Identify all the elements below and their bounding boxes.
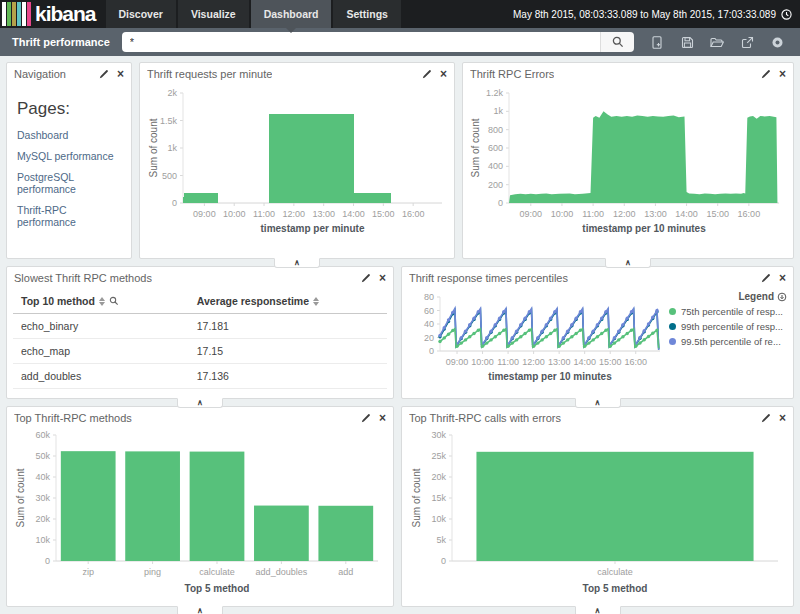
dashboard-options-button[interactable] xyxy=(762,30,792,54)
svg-text:12:00: 12:00 xyxy=(283,209,306,219)
close-icon[interactable]: × xyxy=(379,413,386,423)
close-icon[interactable]: × xyxy=(779,273,786,283)
svg-text:60: 60 xyxy=(423,306,433,316)
nav-tab-discover[interactable]: Discover xyxy=(106,0,176,28)
edit-icon[interactable] xyxy=(361,413,371,423)
page-link[interactable]: PostgreSQL performance xyxy=(17,171,121,195)
load-dashboard-button[interactable] xyxy=(702,30,732,54)
svg-text:20k: 20k xyxy=(35,514,50,524)
svg-text:timestamp per minute: timestamp per minute xyxy=(261,223,365,234)
collapse-button[interactable]: ∧ xyxy=(177,606,223,614)
nav-tab-visualize[interactable]: Visualize xyxy=(178,0,249,28)
close-icon[interactable]: × xyxy=(379,273,386,283)
column-header-method[interactable]: Top 10 method xyxy=(13,289,189,314)
edit-icon[interactable] xyxy=(761,273,771,283)
collapse-button[interactable]: ∧ xyxy=(575,606,621,614)
requests-per-minute-chart[interactable]: 05001k1.5k2kSum of count09:0010:0011:001… xyxy=(140,85,454,241)
svg-text:40k: 40k xyxy=(35,472,50,482)
top-errors-chart[interactable]: 05k10k15k20k25k30kSum of countcalculateT… xyxy=(402,429,793,601)
close-icon[interactable]: × xyxy=(440,69,447,79)
collapse-button[interactable]: ∧ xyxy=(274,258,320,268)
svg-text:09:00: 09:00 xyxy=(193,209,216,219)
svg-text:50k: 50k xyxy=(35,451,50,461)
page-link[interactable]: MySQL performance xyxy=(17,150,121,162)
edit-icon[interactable] xyxy=(422,69,432,79)
panel-header[interactable]: Top Thrift-RPC calls with errors × xyxy=(402,407,793,429)
save-dashboard-button[interactable] xyxy=(672,30,702,54)
kibana-logo-text: kibana xyxy=(35,2,96,26)
edit-icon[interactable] xyxy=(761,69,771,79)
open-folder-icon xyxy=(710,36,724,49)
nav-tab-settings[interactable]: Settings xyxy=(333,0,400,28)
svg-text:1.5k: 1.5k xyxy=(160,116,178,126)
svg-text:11:00: 11:00 xyxy=(582,209,604,219)
close-icon[interactable]: × xyxy=(779,413,786,423)
page-link[interactable]: Thrift-RPC performance xyxy=(17,204,121,228)
new-dashboard-button[interactable] xyxy=(642,30,672,54)
legend-label: 75th percentile of resp... xyxy=(681,306,783,317)
panel-header[interactable]: Thrift RPC Errors × xyxy=(463,63,793,85)
dashboard-actions xyxy=(642,30,792,54)
panel-thrift-requests: Thrift requests per minute × 05001k1.5k2… xyxy=(139,62,455,259)
svg-text:Sum of count: Sum of count xyxy=(148,118,159,177)
svg-text:10:00: 10:00 xyxy=(551,209,574,219)
column-label: Average responsetime xyxy=(197,295,309,307)
legend-header[interactable]: Legend xyxy=(669,291,787,302)
svg-text:10:00: 10:00 xyxy=(223,209,246,219)
sort-icon[interactable] xyxy=(313,297,319,306)
svg-text:15k: 15k xyxy=(431,493,446,503)
legend-item[interactable]: 99th percentile of resp... xyxy=(669,321,787,332)
svg-text:14:00: 14:00 xyxy=(675,209,698,219)
legend-item[interactable]: 75th percentile of resp... xyxy=(669,306,787,317)
svg-text:30k: 30k xyxy=(35,493,50,503)
svg-text:Sum of count: Sum of count xyxy=(15,468,26,527)
collapse-chevron-icon: ∧ xyxy=(625,260,631,266)
page-link[interactable]: Dashboard xyxy=(17,129,121,141)
rpc-errors-chart[interactable]: 02004006008001k1.2kSum of count09:0010:0… xyxy=(463,85,793,241)
svg-text:16:00: 16:00 xyxy=(402,209,425,219)
nav-tab-dashboard[interactable]: Dashboard xyxy=(251,0,332,28)
top-methods-chart[interactable]: 010k20k30k40k50k60kSum of countzippingca… xyxy=(7,429,393,601)
top-navbar: kibana Discover Visualize Dashboard Sett… xyxy=(0,0,800,28)
kibana-logo[interactable]: kibana xyxy=(0,0,106,28)
svg-text:10k: 10k xyxy=(35,535,50,545)
svg-text:0: 0 xyxy=(440,556,445,566)
panel-header[interactable]: Slowest Thrift RPC methods × xyxy=(7,267,393,289)
collapse-button[interactable]: ∧ xyxy=(575,398,621,408)
svg-text:calculate: calculate xyxy=(597,567,633,577)
panel-header[interactable]: Top Thrift-RPC methods × xyxy=(7,407,393,429)
table-cell: 17.133 xyxy=(189,389,387,394)
collapse-chevron-icon: ∧ xyxy=(294,260,300,266)
percentiles-chart[interactable]: 02040608009:0010:0011:0012:0013:0014:001… xyxy=(408,289,669,385)
svg-text:timestamp per 10 minutes: timestamp per 10 minutes xyxy=(582,223,706,234)
legend-item[interactable]: 99.5th percentile of re... xyxy=(669,336,787,347)
main-nav: Discover Visualize Dashboard Settings xyxy=(106,0,401,28)
panel-title: Top Thrift-RPC methods xyxy=(14,412,132,424)
svg-text:09:00: 09:00 xyxy=(445,357,468,367)
kibana-logo-bars-icon xyxy=(2,2,31,26)
panel-header[interactable]: Navigation × xyxy=(7,63,131,85)
new-document-icon xyxy=(651,36,664,49)
close-icon[interactable]: × xyxy=(779,69,786,79)
edit-icon[interactable] xyxy=(361,273,371,283)
collapse-button[interactable]: ∧ xyxy=(177,398,223,408)
query-input[interactable] xyxy=(122,32,600,52)
edit-icon[interactable] xyxy=(761,413,771,423)
svg-text:11:00: 11:00 xyxy=(497,357,519,367)
column-search-icon[interactable] xyxy=(109,296,119,306)
sort-icon[interactable] xyxy=(99,297,105,306)
collapse-button[interactable]: ∧ xyxy=(605,258,651,268)
panel-header[interactable]: Thrift response times percentiles × xyxy=(402,267,793,289)
legend-toggle-icon[interactable] xyxy=(777,292,787,302)
svg-text:16:00: 16:00 xyxy=(624,357,647,367)
search-button[interactable] xyxy=(600,32,634,52)
legend-color-dot xyxy=(669,323,676,330)
svg-text:12:00: 12:00 xyxy=(613,209,636,219)
edit-icon[interactable] xyxy=(99,69,109,79)
time-range-picker[interactable]: May 8th 2015, 08:03:33.089 to May 8th 20… xyxy=(513,0,800,28)
column-header-responsetime[interactable]: Average responsetime xyxy=(189,289,387,314)
share-dashboard-button[interactable] xyxy=(732,30,762,54)
panel-header[interactable]: Thrift requests per minute × xyxy=(140,63,454,85)
close-icon[interactable]: × xyxy=(117,69,124,79)
svg-text:Top 5 method: Top 5 method xyxy=(582,583,647,594)
